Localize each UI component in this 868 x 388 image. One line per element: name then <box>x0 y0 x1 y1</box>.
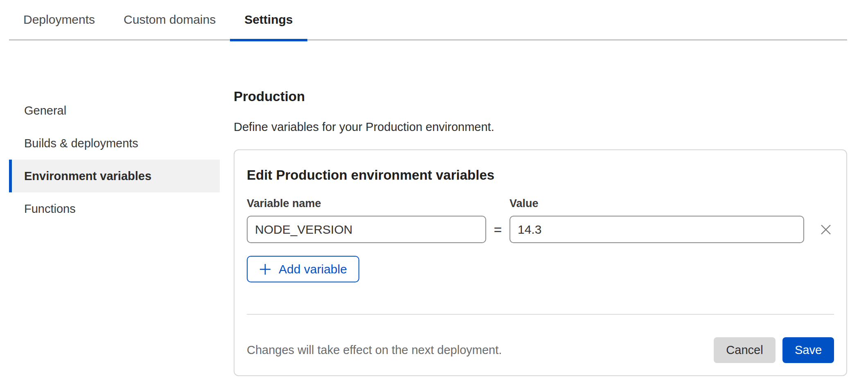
footer-actions: Cancel Save <box>714 337 834 363</box>
sidebar-item-builds-deployments[interactable]: Builds & deployments <box>9 127 220 160</box>
variable-name-input[interactable] <box>247 216 486 243</box>
card-title: Edit Production environment variables <box>247 168 834 182</box>
tab-settings[interactable]: Settings <box>230 0 307 40</box>
variable-value-input[interactable] <box>510 216 804 243</box>
main-panel: Production Define variables for your Pro… <box>220 41 847 376</box>
page-description: Define variables for your Production env… <box>234 121 847 133</box>
sidebar-item-general[interactable]: General <box>9 94 220 127</box>
field-labels-row: Variable name Value <box>247 198 834 209</box>
equals-sign: = <box>486 223 510 237</box>
add-variable-label: Add variable <box>279 262 347 276</box>
cancel-button[interactable]: Cancel <box>714 337 776 363</box>
content-area: General Builds & deployments Environment… <box>0 41 868 376</box>
value-label: Value <box>510 198 539 209</box>
add-variable-button[interactable]: Add variable <box>247 256 359 282</box>
tab-bar: Deployments Custom domains Settings <box>9 0 847 41</box>
settings-sidebar: General Builds & deployments Environment… <box>9 41 220 225</box>
deployment-note: Changes will take effect on the next dep… <box>247 344 502 356</box>
card-footer: Changes will take effect on the next dep… <box>247 337 834 363</box>
sidebar-item-environment-variables[interactable]: Environment variables <box>9 160 220 192</box>
save-button[interactable]: Save <box>782 337 834 363</box>
environment-variables-card: Edit Production environment variables Va… <box>234 149 847 376</box>
variable-row: = <box>247 216 834 243</box>
labels-spacer <box>486 198 510 209</box>
plus-icon <box>259 263 271 275</box>
tab-custom-domains[interactable]: Custom domains <box>109 0 230 40</box>
tab-deployments[interactable]: Deployments <box>9 0 109 40</box>
variable-name-label: Variable name <box>247 198 486 209</box>
card-divider <box>247 314 834 315</box>
remove-variable-button[interactable] <box>818 222 833 237</box>
page-title: Production <box>234 90 847 103</box>
x-icon <box>819 223 832 236</box>
sidebar-item-functions[interactable]: Functions <box>9 192 220 225</box>
